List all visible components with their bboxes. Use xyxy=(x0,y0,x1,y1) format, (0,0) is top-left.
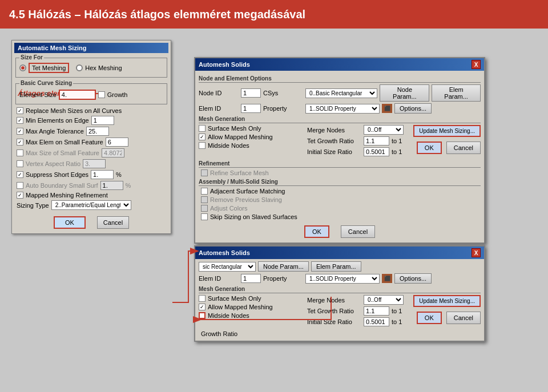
right-buttons: Update Mesh Sizing... OK Cancel xyxy=(411,125,481,158)
options-button[interactable]: Options... xyxy=(394,103,432,114)
initial-size-input[interactable] xyxy=(364,147,389,156)
dialog-close-button[interactable]: X xyxy=(472,60,481,69)
dialog2-titlebar: Automesh Solids X xyxy=(195,246,484,259)
suppress-short-checkbox[interactable] xyxy=(17,171,23,178)
dialog2-surface-mesh-checkbox[interactable] xyxy=(199,295,206,302)
elem-id-input[interactable] xyxy=(241,104,261,113)
auto-boundary-input[interactable] xyxy=(100,181,123,190)
remove-previous-checkbox[interactable] xyxy=(201,196,208,203)
dialog-cancel-button[interactable]: Cancel xyxy=(446,142,481,154)
element-size-label: Element Size xyxy=(19,91,57,98)
min-elements-input[interactable] xyxy=(91,116,114,125)
allow-mapped-checkbox[interactable] xyxy=(199,134,206,140)
dialog2-options-button[interactable]: Options... xyxy=(394,273,432,284)
dialog2-property-select[interactable]: 1..SOLID Property xyxy=(305,274,380,284)
tet-growth-label: Tet Growth Ratio xyxy=(307,138,361,144)
tet-meshing-label[interactable]: Tet Meshing xyxy=(29,63,69,73)
dialog2-initial-size-row: Initial Size Ratio to 1 xyxy=(307,317,405,326)
max-size-small-input[interactable] xyxy=(102,148,124,157)
tet-meshing-radio[interactable] xyxy=(19,64,26,71)
growth-ratio-label: Growth Ratio xyxy=(201,330,237,337)
auto-boundary-checkbox[interactable] xyxy=(17,182,23,189)
dialog2-initial-size-input[interactable] xyxy=(364,317,389,326)
to1-label-1: to 1 xyxy=(392,138,402,144)
max-angle-checkbox[interactable] xyxy=(17,128,23,135)
merge-nodes-select[interactable]: 0..Off xyxy=(364,125,404,135)
dialog2-tet-growth-input[interactable] xyxy=(364,306,389,316)
max-elem-small-checkbox[interactable] xyxy=(17,139,23,146)
update-mesh-button[interactable]: Update Mesh Sizing... xyxy=(413,125,481,137)
elem-param-button[interactable]: Elem Param... xyxy=(432,84,481,102)
max-angle-input[interactable] xyxy=(86,127,109,136)
dialog2-property-label: Property xyxy=(263,275,303,282)
suppress-pct: % xyxy=(116,171,122,178)
csys-select[interactable]: 0..Basic Rectangular xyxy=(305,88,377,98)
refine-surface-checkbox[interactable] xyxy=(201,169,208,176)
surface-mesh-checkbox[interactable] xyxy=(199,125,206,132)
adjust-colors-label: Adjust Colors xyxy=(210,205,247,212)
dialog2-elem-param-button[interactable]: Elem Param... xyxy=(311,261,361,272)
automesh-dialog: Automesh Solids X Node and Element Optio… xyxy=(194,57,485,244)
panel-cancel-button[interactable]: Cancel xyxy=(97,216,129,229)
min-elements-label: Min Elements on Edge xyxy=(26,117,89,124)
growth-label: Growth xyxy=(107,91,127,98)
property-select[interactable]: 1..SOLID Property xyxy=(305,104,380,114)
dialog2-allow-mapped-checkbox[interactable] xyxy=(199,304,206,310)
dialog2-ok-button[interactable]: OK xyxy=(417,312,442,324)
adjacent-surface-checkbox[interactable] xyxy=(201,188,208,195)
dialog-bottom-cancel[interactable]: Cancel xyxy=(341,225,375,238)
max-size-small-checkbox[interactable] xyxy=(17,149,23,156)
dialog2-mesh-gen-left: Surface Mesh Only Allow Mapped Meshing M… xyxy=(199,295,301,328)
dialog2-midside-nodes-checkbox[interactable] xyxy=(199,312,206,319)
dialog2-merge-nodes-select[interactable]: 0..Off xyxy=(364,295,404,305)
tool-icon: ⬛ xyxy=(382,104,392,113)
dialog2-node-param-button[interactable]: Node Param... xyxy=(258,261,309,272)
dialog2-merge-nodes-row: Merge Nodes 0..Off xyxy=(307,295,405,305)
dialog2-elem-id-input[interactable] xyxy=(241,274,261,283)
tet-growth-row: Tet Growth Ratio to 1 xyxy=(307,136,405,146)
min-elements-checkbox[interactable] xyxy=(17,117,23,124)
dialog2-update-mesh-button[interactable]: Update Mesh Sizing... xyxy=(413,295,481,307)
elem-id-label: Elem ID xyxy=(199,105,239,112)
panel-buttons: OK Cancel xyxy=(14,213,168,231)
size-for-group: Size For Tet Meshing Hex Meshing xyxy=(15,58,167,78)
panel-ok-button[interactable]: OK xyxy=(54,216,86,229)
sizing-type-select[interactable]: 2..Parametric/Equal Length xyxy=(51,200,131,210)
dialog2-to1-1: to 1 xyxy=(392,308,402,314)
dialog-title: Automesh Solids xyxy=(199,61,250,68)
hex-meshing-radio[interactable] xyxy=(76,64,83,71)
dialog2-csys-select[interactable]: sic Rectangular xyxy=(199,262,256,272)
mapped-meshing-checkbox[interactable] xyxy=(17,192,23,199)
skip-sizing-checkbox[interactable] xyxy=(201,213,208,220)
vertex-aspect-label: Vertex Aspect Ratio xyxy=(26,160,80,167)
suppress-short-input[interactable] xyxy=(91,170,114,179)
max-angle-label: Max Angle Tolerance xyxy=(26,128,84,135)
vertex-aspect-checkbox[interactable] xyxy=(17,160,23,167)
max-elem-small-input[interactable] xyxy=(106,138,128,147)
node-param-button[interactable]: Node Param... xyxy=(380,84,429,102)
mesh-gen-section-title: Mesh Generation xyxy=(199,116,481,123)
dialog2-close-button[interactable]: X xyxy=(472,248,481,257)
element-size-input[interactable] xyxy=(59,90,96,100)
max-elem-small-label: Max Elem on Small Feature xyxy=(26,139,103,146)
surface-mesh-label: Surface Mesh Only xyxy=(208,125,261,132)
suppress-short-label: Suppress Short Edges xyxy=(26,171,88,178)
auto-boundary-label: Auto Boundary Small Surf xyxy=(26,182,98,189)
vertex-aspect-input[interactable] xyxy=(83,159,106,168)
mesh-gen-section: Surface Mesh Only Allow Mapped Meshing M… xyxy=(199,125,481,158)
growth-checkbox[interactable] xyxy=(98,91,105,98)
skip-sizing-label: Skip Sizing on Slaved Surfaces xyxy=(210,213,297,220)
size-for-label: Size For xyxy=(19,54,44,60)
node-id-input[interactable] xyxy=(241,88,261,98)
growth-ratio-row: Growth Ratio xyxy=(199,328,481,338)
panel-title: Automatic Mesh Sizing xyxy=(14,43,168,53)
replace-mesh-checkbox[interactable] xyxy=(17,107,23,114)
auto-boundary-pct: % xyxy=(126,182,131,189)
dialog2-initial-size-label: Initial Size Ratio xyxy=(307,318,361,325)
dialog2-cancel-button[interactable]: Cancel xyxy=(446,312,481,324)
dialog-ok-button[interactable]: OK xyxy=(417,142,442,154)
tet-growth-input[interactable] xyxy=(364,136,389,146)
adjust-colors-checkbox[interactable] xyxy=(201,205,208,212)
dialog-bottom-ok[interactable]: OK xyxy=(304,225,329,238)
midside-nodes-checkbox[interactable] xyxy=(199,142,206,149)
